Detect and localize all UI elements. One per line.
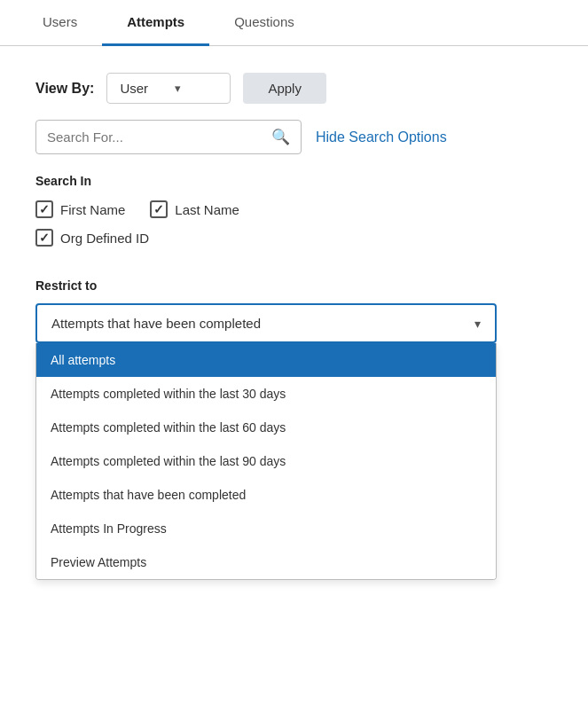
dropdown-item-all-attempts[interactable]: All attempts [36,343,496,377]
main-content: View By: User ▾ Apply 🔍 Hide Search Opti… [0,46,588,607]
apply-button[interactable]: Apply [243,73,326,104]
search-input[interactable] [47,129,264,145]
checkbox-last-name[interactable]: Last Name [150,200,239,218]
dropdown-item-last-90[interactable]: Attempts completed within the last 90 da… [36,444,496,478]
search-icon: 🔍 [271,128,290,146]
search-in-label: Search In [35,174,553,188]
dropdown-item-last-60[interactable]: Attempts completed within the last 60 da… [36,411,496,444]
checkbox-first-name-box[interactable] [35,200,53,218]
checkbox-first-name-label: First Name [60,202,125,217]
chevron-down-icon: ▾ [474,317,481,331]
search-in-row-2: Org Defined ID [35,229,553,247]
restrict-to-dropdown-list: All attempts Attempts completed within t… [35,343,497,580]
search-row: 🔍 Hide Search Options [35,120,553,154]
view-by-selected-value: User [120,81,148,96]
tab-questions[interactable]: Questions [209,0,319,46]
view-by-row: View By: User ▾ Apply [35,73,553,104]
search-in-row-1: First Name Last Name [35,200,553,218]
view-by-label: View By: [35,81,94,97]
dropdown-item-completed[interactable]: Attempts that have been completed [36,478,496,512]
view-by-dropdown[interactable]: User ▾ [106,73,231,104]
checkbox-last-name-label: Last Name [175,202,239,217]
restrict-to-label: Restrict to [35,278,553,293]
restrict-to-section: Restrict to Attempts that have been comp… [35,278,553,580]
search-box: 🔍 [35,120,302,154]
restrict-to-selected: Attempts that have been completed [51,316,261,331]
dropdown-item-last-30[interactable]: Attempts completed within the last 30 da… [36,377,496,411]
tab-attempts[interactable]: Attempts [102,0,209,46]
search-in-section: Search In First Name Last Name Org Defin… [35,174,553,247]
chevron-down-icon: ▾ [175,82,181,95]
checkbox-org-id-label: Org Defined ID [60,231,149,246]
dropdown-item-preview[interactable]: Preview Attempts [36,545,496,579]
hide-search-link[interactable]: Hide Search Options [316,129,447,145]
checkbox-org-id[interactable]: Org Defined ID [35,229,149,247]
checkbox-last-name-box[interactable] [150,200,168,218]
checkbox-first-name[interactable]: First Name [35,200,125,218]
tab-users[interactable]: Users [18,0,102,46]
checkbox-org-id-box[interactable] [35,229,53,247]
restrict-to-dropdown[interactable]: Attempts that have been completed ▾ [35,303,497,343]
tab-bar: Users Attempts Questions [0,0,588,46]
dropdown-item-in-progress[interactable]: Attempts In Progress [36,512,496,545]
